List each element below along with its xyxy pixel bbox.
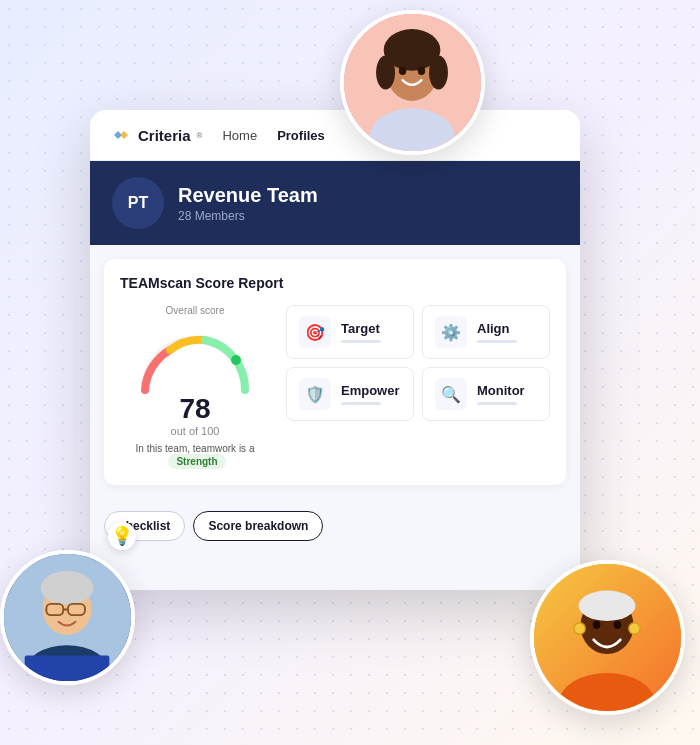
svg-point-0 [231,355,241,365]
team-avatar: PT [112,177,164,229]
gauge-label: Overall score [120,305,270,316]
nav-home[interactable]: Home [222,128,257,143]
team-card-align[interactable]: ⚙️ Align [422,305,550,359]
team-header: PT Revenue Team 28 Members [90,161,580,245]
empower-line [341,402,381,405]
lightbulb-icon: 💡 [108,522,136,550]
gauge-out-of: out of 100 [120,425,270,437]
score-breakdown-button[interactable]: Score breakdown [193,511,323,541]
svg-rect-16 [25,656,110,681]
nav-profiles[interactable]: Profiles [277,128,325,143]
logo: Criteria ® [110,124,202,146]
team-card-empower[interactable]: 🛡️ Empower [286,367,414,421]
person-top-avatar [340,10,485,155]
team-members: 28 Members [178,209,318,223]
score-report: TEAMscan Score Report Overall score [104,259,566,485]
svg-point-4 [376,56,395,90]
person-bottom-right-image [534,564,681,711]
svg-point-20 [579,591,636,621]
brand-name: Criteria [138,127,191,144]
person-bottom-left-avatar [0,550,135,685]
score-content: Overall score [120,305,550,469]
monitor-icon: 🔍 [435,378,467,410]
target-line [341,340,381,343]
svg-point-5 [429,56,448,90]
team-card-monitor[interactable]: 🔍 Monitor [422,367,550,421]
align-line [477,340,517,343]
empower-icon: 🛡️ [299,378,331,410]
content-area: PT Revenue Team 28 Members TEAMscan Scor… [90,161,580,590]
target-icon: 🎯 [299,316,331,348]
gauge-score: 78 [120,395,270,423]
team-grid: 🎯 Target ⚙️ Align [286,305,550,421]
monitor-line [477,402,517,405]
empower-label: Empower [341,383,400,398]
gauge-strength-text: In this team, teamwork is a Strength [120,443,270,469]
align-label: Align [477,321,517,336]
team-card-target[interactable]: 🎯 Target [286,305,414,359]
browser-card: Criteria ® Home Profiles PT Revenue Team… [90,110,580,590]
score-report-title: TEAMscan Score Report [120,275,550,291]
target-label: Target [341,321,381,336]
person-bottom-left-image [4,554,131,681]
svg-point-8 [418,66,426,75]
svg-point-24 [614,620,622,629]
person-bottom-right-avatar [530,560,685,715]
nav-bar: Criteria ® Home Profiles [90,110,580,161]
monitor-label: Monitor [477,383,525,398]
team-name: Revenue Team [178,184,318,207]
svg-point-23 [593,620,601,629]
svg-point-22 [629,623,640,634]
align-icon: ⚙️ [435,316,467,348]
svg-point-7 [399,66,407,75]
gauge-container: Overall score [120,305,270,469]
bottom-bar: checklist Score breakdown [90,499,580,553]
scene: Criteria ® Home Profiles PT Revenue Team… [0,0,700,745]
criteria-logo-icon [110,124,132,146]
gauge-svg [130,320,260,395]
svg-point-11 [41,571,94,605]
svg-point-21 [574,623,585,634]
strength-badge: Strength [168,454,225,469]
person-top-image [344,14,481,151]
team-info: Revenue Team 28 Members [178,184,318,223]
